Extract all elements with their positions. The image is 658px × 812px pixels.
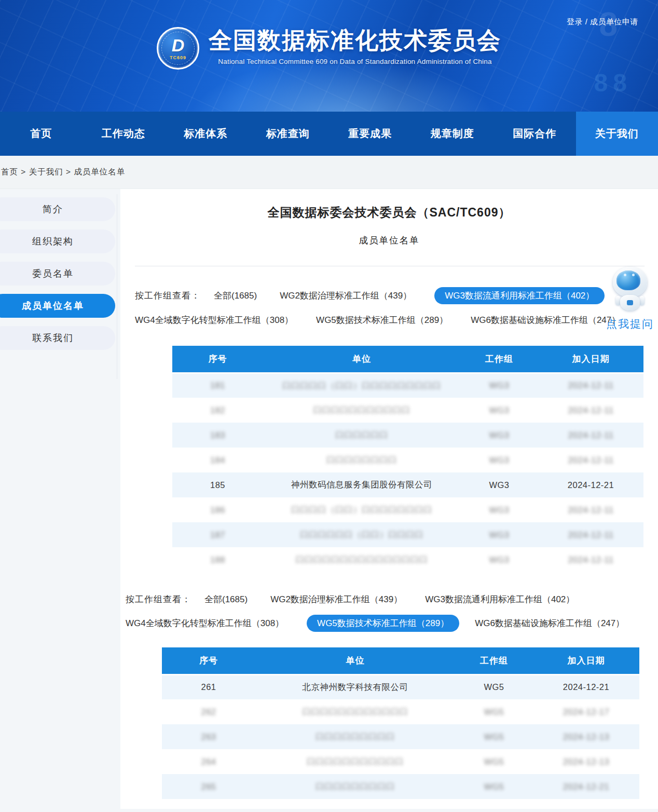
main-panel: 全国数据标委会技术委员会（SAC/TC609） 成员单位名单 按工作组查看：全部… (120, 189, 658, 809)
filter-option-0[interactable]: 全部(1685) (204, 593, 248, 605)
filter-option-2[interactable]: WG3数据流通利用标准工作组（402） (425, 593, 574, 605)
committee-logo: D TC609 (157, 27, 199, 70)
cell-unit: 口口口口口口口口口口口口 (255, 699, 455, 724)
cell-wg: WG5 (455, 749, 533, 774)
site-title: 全国数据标准化技术委员会 (209, 27, 501, 54)
cell-wg: WG5 (455, 674, 533, 699)
site-title-english: National Technical Committee 609 on Data… (209, 58, 501, 65)
cell-unit: 口口口口口口 (263, 423, 460, 448)
robot-mascot-icon[interactable] (611, 267, 649, 312)
assistant-widget[interactable]: 点我提问 (605, 267, 655, 331)
sidebar-item-3[interactable]: 成员单位名单 (0, 294, 115, 318)
divider (135, 266, 645, 266)
cell-unit: 口口口口口口口口口口口 (263, 398, 460, 423)
table-row-261: 261北京神州数字科技有限公司WG52024-12-21 (162, 674, 639, 699)
cell-date: 2024-12-11 (538, 547, 643, 572)
filter-option-5[interactable]: WG6数据基础设施标准工作组（247） (471, 314, 620, 326)
cell-unit: 口口口口口（口口）口口口口口口口口口 (263, 373, 460, 398)
cell-seq: 265 (162, 774, 255, 799)
column-header: 序号 (172, 346, 263, 373)
nav-item-5[interactable]: 规章制度 (412, 112, 494, 156)
sidebar-item-0[interactable]: 简介 (0, 197, 115, 221)
cell-wg: WG5 (455, 724, 533, 749)
table-row-263: 263口口口口口口口口口WG52024-12-13 (162, 724, 639, 749)
column-header: 加入日期 (538, 346, 643, 373)
column-header: 工作组 (460, 346, 538, 373)
nav-item-0[interactable]: 首页 (0, 112, 83, 156)
column-header: 加入日期 (533, 647, 639, 674)
nav-item-7[interactable]: 关于我们 (576, 112, 658, 156)
table-row-262: 262口口口口口口口口口口口口WG52024-12-17 (162, 699, 639, 724)
sidebar-item-1[interactable]: 组织架构 (0, 229, 115, 253)
page-subtitle: 成员单位名单 (120, 234, 658, 247)
cell-wg: WG3 (460, 373, 538, 398)
nav-item-1[interactable]: 工作动态 (83, 112, 165, 156)
column-header: 工作组 (455, 647, 533, 674)
nav-item-4[interactable]: 重要成果 (329, 112, 412, 156)
sidebar: 简介组织架构委员名单成员单位名单联系我们 (0, 189, 120, 358)
assistant-label[interactable]: 点我提问 (605, 317, 655, 331)
cell-date: 2024-12-11 (538, 522, 643, 547)
cell-seq: 183 (172, 423, 263, 448)
cell-seq: 185 (172, 472, 263, 497)
filter-option-3[interactable]: WG4全域数字化转型标准工作组（308） (135, 314, 293, 326)
member-table-wg5: 序号单位工作组加入日期 261北京神州数字科技有限公司WG52024-12-21… (162, 647, 639, 799)
cell-date: 2024-12-13 (533, 724, 639, 749)
logo-arc-icon (161, 32, 195, 65)
cell-unit: 口口口口口口口口口 (255, 774, 455, 799)
cell-seq: 264 (162, 749, 255, 774)
page-title: 全国数据标委会技术委员会（SAC/TC609） (120, 205, 658, 221)
filter-group-wg3: 按工作组查看：全部(1685)WG2数据治理标准工作组（439）WG3数据流通利… (135, 287, 658, 328)
filter-option-2-selected[interactable]: WG3数据流通利用标准工作组（402） (434, 287, 605, 304)
cell-wg: WG3 (460, 423, 538, 448)
table-row-186: 186口口口口（口口）口口口口口口口口WG32024-12-11 (172, 497, 643, 522)
nav-item-6[interactable]: 国际合作 (494, 112, 576, 156)
filter-option-5[interactable]: WG6数据基础设施标准工作组（247） (475, 617, 624, 629)
cell-wg: WG3 (460, 472, 538, 497)
table-row-264: 264口口口口口口口口口口口WG52024-12-13 (162, 749, 639, 774)
cell-wg: WG3 (460, 448, 538, 472)
table-row-182: 182口口口口口口口口口口口WG32024-12-11 (172, 398, 643, 423)
filter-label: 按工作组查看： (135, 290, 200, 302)
filter-label: 按工作组查看： (126, 593, 191, 605)
table-row-187: 187口口口口口口（口口）口口口口WG32024-12-11 (172, 522, 643, 547)
filter-group-wg5: 按工作组查看：全部(1685)WG2数据治理标准工作组（439）WG3数据流通利… (126, 591, 658, 632)
column-header: 单位 (263, 346, 460, 373)
sidebar-item-2[interactable]: 委员名单 (0, 262, 115, 286)
cell-unit: 口口口口口口口口 (263, 448, 460, 472)
cell-date: 2024-12-11 (538, 373, 643, 398)
cell-seq: 182 (172, 398, 263, 423)
site-header: 8 88 登录 / 成员单位申请 D TC609 全国数据标准化技术委员会 Na… (0, 0, 658, 112)
filter-option-1[interactable]: WG2数据治理标准工作组（439） (280, 290, 412, 302)
cell-unit: 口口口口口口口口口 (255, 724, 455, 749)
filter-option-0[interactable]: 全部(1685) (214, 290, 257, 302)
cell-seq: 181 (172, 373, 263, 398)
cell-wg: WG3 (460, 398, 538, 423)
cell-wg: WG3 (460, 547, 538, 572)
table-header-row: 序号单位工作组加入日期 (162, 647, 639, 674)
cell-date: 2024-12-13 (533, 749, 639, 774)
nav-item-2[interactable]: 标准体系 (164, 112, 247, 156)
filter-option-4[interactable]: WG5数据技术标准工作组（289） (316, 314, 448, 326)
nav-item-3[interactable]: 标准查询 (247, 112, 330, 156)
cell-date: 2024-12-21 (538, 472, 643, 497)
filter-option-3[interactable]: WG4全域数字化转型标准工作组（308） (126, 617, 284, 629)
cell-seq: 263 (162, 724, 255, 749)
table-row-185: 185神州数码信息服务集团股份有限公司WG32024-12-21 (172, 472, 643, 497)
filter-option-1[interactable]: WG2数据治理标准工作组（439） (270, 593, 402, 605)
cell-unit: 口口口口口口（口口）口口口口 (263, 522, 460, 547)
cell-date: 2024-12-11 (538, 448, 643, 472)
column-header: 单位 (255, 647, 455, 674)
page: 8 88 登录 / 成员单位申请 D TC609 全国数据标准化技术委员会 Na… (0, 0, 658, 812)
filter-option-4-selected[interactable]: WG5数据技术标准工作组（289） (307, 615, 459, 632)
table-row-181: 181口口口口口（口口）口口口口口口口口口WG32024-12-11 (172, 373, 643, 398)
cell-date: 2024-12-21 (533, 774, 639, 799)
column-header: 序号 (162, 647, 255, 674)
cell-date: 2024-12-11 (538, 497, 643, 522)
login-and-apply-link[interactable]: 登录 / 成员单位申请 (567, 17, 638, 27)
sidebar-item-4[interactable]: 联系我们 (0, 326, 115, 350)
cell-seq: 186 (172, 497, 263, 522)
cell-seq: 188 (172, 547, 263, 572)
table-row-265: 265口口口口口口口口口WG52024-12-21 (162, 774, 639, 799)
cell-unit: 口口口口口口口口口口口口口口口 (263, 547, 460, 572)
